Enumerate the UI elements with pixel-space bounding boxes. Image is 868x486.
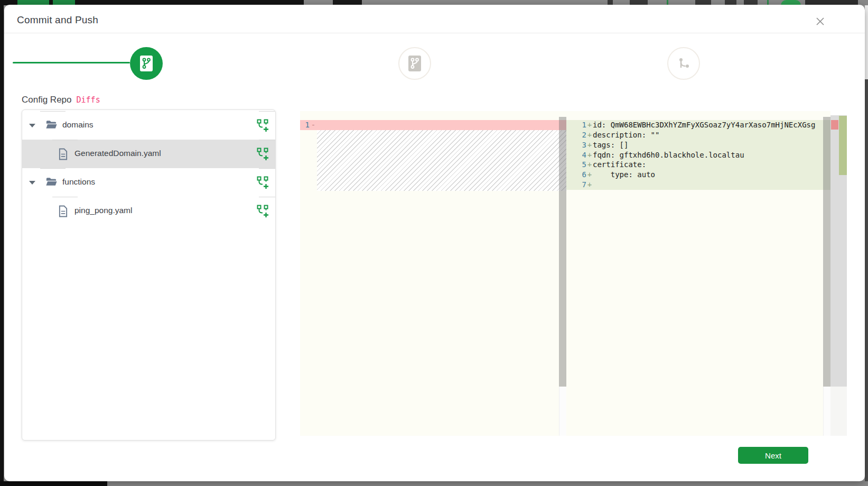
diff-added-line: 5+certificate: [566,160,830,170]
folder-open-icon [45,120,57,132]
diff-added-line: 6+ type: auto [566,170,830,180]
row-divider [40,111,66,112]
added-marker: + [586,170,593,180]
line-number: 3 [566,140,586,150]
chevron-down-icon[interactable] [29,124,35,127]
added-marker: + [586,180,593,190]
row-divider [259,140,275,140]
line-number: 6 [566,170,586,180]
diff-file-tree-panel: domains [22,109,276,441]
added-marker: + [586,130,593,140]
close-button[interactable] [810,12,829,31]
old-pane-scrollbar[interactable] [559,111,566,436]
background-app-edge [865,5,868,79]
tree-item-label: functions [62,177,95,187]
section-heading: Config Repo Diffs [22,95,100,105]
code-text: certificate: [593,160,646,170]
code-text: tags: [] [593,140,628,150]
diff-added-icon[interactable] [257,119,269,132]
folder-open-icon [45,177,57,189]
row-divider [52,197,78,197]
file-icon [58,148,68,162]
code-text: type: auto [593,170,655,180]
added-marker: + [586,120,593,130]
added-marker: + [586,160,593,170]
line-number: 1 [566,120,586,130]
next-button[interactable]: Next [738,447,808,464]
tree-item-label: ping_pong.yaml [74,206,132,215]
minimap-added-marker [839,116,847,175]
diff-minimap[interactable] [830,115,847,436]
tree-item-label: GeneratedDomain.yaml [74,149,161,158]
diff-old-pane: 1 - [300,111,566,436]
stepper-step-diffs [130,47,163,80]
tree-item-domains[interactable]: domains [22,111,275,140]
stepper-step-push [667,47,700,80]
code-text: description: "" [593,130,659,140]
tree-item-functions[interactable]: functions [22,168,275,197]
line-number: 4 [566,150,586,160]
code-text: fqdn: gftxhd6h0.blackhole.localtau [593,150,744,160]
close-icon [815,16,825,26]
row-divider [40,168,66,169]
header-divider [4,33,865,33]
file-icon [58,205,68,219]
diffs-heading-accent: Diffs [77,95,100,105]
diff-added-icon[interactable] [257,205,269,217]
git-branch-card-icon [139,55,153,72]
git-branch-card-icon [408,55,422,72]
scrollbar-thumb[interactable] [559,117,566,387]
diff-new-pane: 1+id: QmW68EWBHc3DXhYZmFyXGSoaz7yY4arXas… [566,111,830,436]
git-merge-icon [676,56,691,71]
diff-removed-line: 1 - [300,120,566,130]
chevron-down-icon[interactable] [29,181,35,185]
scrollbar-thumb[interactable] [823,117,830,387]
diff-added-line: 4+fqdn: gftxhd6h0.blackhole.localtau [566,150,830,160]
diff-added-line: 7+ [566,180,830,190]
diff-added-line: 1+id: QmW68EWBHc3DXhYZmFyXGSoaz7yY4arXas… [566,120,830,130]
added-marker: + [586,150,593,160]
row-divider [259,111,275,112]
removed-marker: - [310,120,317,130]
dialog-title: Commit and Push [17,14,98,26]
diff-added-line: 3+tags: [] [566,140,830,150]
screen: Commit and Push [0,0,868,486]
line-number: 7 [566,180,586,190]
background-app-fragment [0,481,107,486]
background-app-edge [0,0,4,486]
diff-added-line: 2+description: "" [566,130,830,140]
code-text: id: QmW68EWBHc3DXhYZmFyXGSoaz7yY4arXaso7… [593,120,815,130]
new-pane-scrollbar[interactable] [823,111,830,436]
added-marker: + [586,140,593,150]
background-scrollbar[interactable] [865,79,868,481]
row-divider [259,168,275,169]
diff-missing-lines-hatch [317,130,566,191]
tree-item-ping-pong-yaml[interactable]: ping_pong.yaml [22,197,275,225]
line-number: 1 [300,120,310,130]
diff-added-icon[interactable] [257,176,269,189]
commit-and-push-dialog: Commit and Push [4,5,865,481]
line-number: 2 [566,130,586,140]
row-divider [259,197,275,197]
config-repo-heading: Config Repo [22,95,72,105]
scrollbar-track[interactable] [559,387,566,436]
background-app-edge [0,481,868,486]
diff-code-lines: 1+id: QmW68EWBHc3DXhYZmFyXGSoaz7yY4arXas… [566,120,830,190]
row-divider [52,140,78,140]
scrollbar-track[interactable] [823,387,830,436]
tree-item-generateddomain-yaml[interactable]: GeneratedDomain.yaml [22,140,275,168]
stepper-step-commit [398,47,431,80]
tree-item-label: domains [62,120,94,130]
diff-added-icon[interactable] [257,148,269,160]
line-number: 5 [566,160,586,170]
stepper-progress-line [13,62,130,63]
minimap-removed-marker [831,120,838,130]
